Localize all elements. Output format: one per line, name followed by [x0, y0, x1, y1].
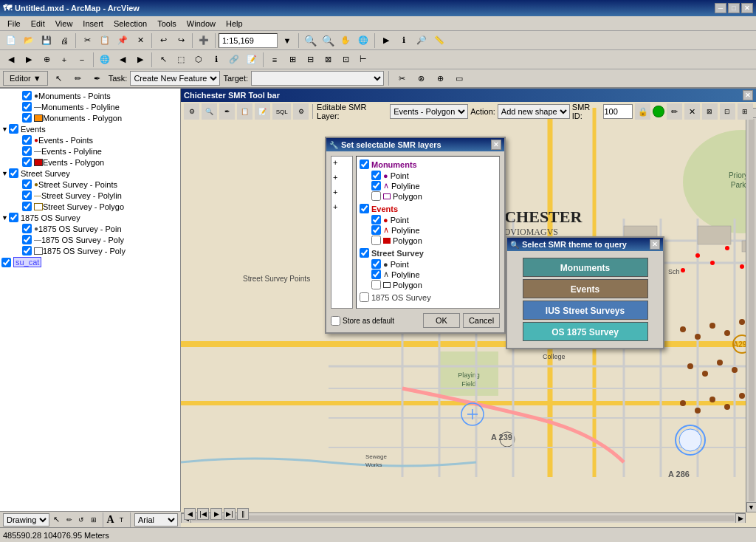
smr-btn6[interactable]: ⊠: [702, 103, 718, 120]
smr-green[interactable]: [653, 106, 664, 117]
toolbar2-btn3[interactable]: ⊟: [302, 52, 318, 68]
add-data-button[interactable]: ➕: [196, 32, 212, 49]
smr-btn2[interactable]: 🔍: [202, 103, 217, 120]
smr-delete1[interactable]: ✕: [684, 103, 700, 120]
smr-close-btn[interactable]: ✕: [743, 90, 753, 100]
copy-button[interactable]: 📋: [97, 32, 113, 49]
nav-plus1[interactable]: +: [333, 158, 351, 167]
html-popup[interactable]: 📝: [244, 52, 260, 68]
monuments-check[interactable]: [360, 159, 369, 169]
theme-events-button[interactable]: Events: [523, 279, 648, 298]
map-area[interactable]: Chichester SMR Tool bar ✕ ⚙ 🔍 ✒ 📋 📝 SQL …: [181, 89, 756, 542]
layer-1875-polyline-check[interactable]: [22, 235, 32, 244]
store-default-check[interactable]: [331, 316, 340, 326]
identify2[interactable]: ℹ: [208, 52, 224, 68]
toolbar2-btn6[interactable]: ⊢: [355, 52, 371, 68]
theme-os-button[interactable]: OS 1875 Survey: [523, 322, 648, 341]
layer-monuments-polygon-check[interactable]: [22, 113, 32, 123]
smr-id-lock[interactable]: 🔒: [635, 103, 650, 120]
layer-events-polygon-check[interactable]: [22, 157, 32, 167]
zoom-out2[interactable]: −: [74, 52, 90, 68]
theme-monuments-button[interactable]: Monuments: [523, 258, 648, 277]
edit-btn1[interactable]: ✂: [394, 70, 410, 86]
scroll-down-btn[interactable]: ▼: [746, 502, 757, 512]
pan-button[interactable]: ✋: [337, 32, 354, 49]
layer-street-points-check[interactable]: [22, 179, 32, 189]
hyperlink[interactable]: 🔗: [226, 52, 242, 68]
layer-monuments-polyline-check[interactable]: [22, 102, 32, 112]
toolbar2-btn1[interactable]: ≡: [267, 52, 283, 68]
scale-input[interactable]: [219, 33, 278, 48]
edit-btn2[interactable]: ⊗: [413, 70, 429, 86]
cut-button[interactable]: ✂: [79, 32, 95, 49]
layer-street-survey-check[interactable]: [9, 168, 18, 178]
drawing-rotate[interactable]: ↺: [76, 513, 86, 526]
select-lasso[interactable]: ⬡: [190, 52, 207, 68]
layer-street-polyline-check[interactable]: [22, 191, 32, 200]
layer-street-survey-group[interactable]: ▼ Street Survey: [1, 168, 179, 179]
drawing-group[interactable]: ⊞: [89, 513, 99, 526]
paste-button[interactable]: 📌: [114, 32, 131, 49]
new-button[interactable]: 📄: [3, 32, 19, 49]
layer-su-cat-check[interactable]: [1, 258, 11, 267]
map-hscroll[interactable]: ◀ ▶: [181, 512, 746, 523]
open-button[interactable]: 📂: [21, 32, 37, 49]
smr-btn7[interactable]: ⊡: [720, 103, 735, 120]
font-select[interactable]: Arial: [134, 513, 178, 526]
full-extent2[interactable]: ⊕: [38, 52, 55, 68]
arrow-right[interactable]: ▶: [132, 52, 148, 68]
menu-edit[interactable]: Edit: [27, 18, 49, 29]
save-button[interactable]: 💾: [38, 32, 55, 49]
layer-1875-polygon-check[interactable]: [22, 246, 32, 255]
monuments-polygon-check[interactable]: [371, 191, 381, 201]
menu-view[interactable]: View: [51, 18, 78, 29]
smr-btn3[interactable]: ✒: [219, 103, 235, 120]
monuments-point-check[interactable]: [371, 171, 381, 180]
menu-window[interactable]: Window: [182, 18, 220, 29]
menu-file[interactable]: File: [3, 18, 25, 29]
zoom-in2[interactable]: +: [56, 52, 72, 68]
measure-button[interactable]: 📏: [431, 32, 447, 49]
scroll-right-btn[interactable]: ▶: [735, 513, 746, 524]
target-select[interactable]: [251, 71, 384, 86]
navigate-forward[interactable]: ▶: [21, 52, 37, 68]
select-features-button[interactable]: ▶: [378, 32, 394, 49]
dialog-selectable-close[interactable]: ✕: [491, 140, 501, 150]
edit-vertices[interactable]: ✏: [70, 70, 86, 86]
smr-id-input[interactable]: [603, 104, 633, 119]
arrow-left[interactable]: ◀: [114, 52, 131, 68]
nav-play[interactable]: ▶: [210, 508, 222, 520]
full-extent-button[interactable]: 🌐: [355, 32, 371, 49]
layer-1875-points-check[interactable]: [22, 224, 32, 233]
globe-button[interactable]: 🌐: [97, 52, 113, 68]
navigate-back[interactable]: ◀: [3, 52, 19, 68]
drawing-edit[interactable]: ✏: [64, 513, 75, 526]
identify-button[interactable]: ℹ: [396, 32, 412, 49]
editable-select[interactable]: Events - Polygon: [390, 104, 468, 119]
layer-events-check[interactable]: [9, 124, 18, 134]
select-rect[interactable]: ⬚: [173, 52, 189, 68]
layer-1875-group[interactable]: ▼ 1875 OS Survey: [1, 212, 179, 223]
nav-left[interactable]: ◀: [184, 508, 196, 520]
dialog-ok-button[interactable]: OK: [423, 313, 460, 328]
street-polyline-check[interactable]: [371, 270, 381, 279]
menu-tools[interactable]: Tools: [153, 18, 181, 29]
edit-sketch[interactable]: ✒: [89, 70, 106, 86]
smr-btn8[interactable]: ⊞: [738, 103, 753, 120]
dialog-theme-close[interactable]: ✕: [650, 239, 660, 250]
events-polygon-check[interactable]: [371, 236, 381, 245]
menu-selection[interactable]: Selection: [109, 18, 151, 29]
action-select[interactable]: Add new shape: [498, 104, 570, 119]
smr-btn4[interactable]: 📋: [237, 103, 252, 120]
smr-btn5[interactable]: 📝: [255, 103, 270, 120]
nav-plus2[interactable]: +: [333, 173, 351, 182]
vscroll-thumb[interactable]: [749, 119, 755, 501]
scroll-thumb[interactable]: [192, 515, 735, 521]
toolbar2-btn5[interactable]: ⊡: [337, 52, 354, 68]
print-button[interactable]: 🖨: [56, 32, 72, 49]
street-polygon-check[interactable]: [371, 280, 381, 289]
events-point-check[interactable]: [371, 215, 381, 224]
events-check[interactable]: [360, 204, 369, 213]
os-check[interactable]: [360, 292, 369, 302]
redo-button[interactable]: ↪: [173, 32, 189, 49]
